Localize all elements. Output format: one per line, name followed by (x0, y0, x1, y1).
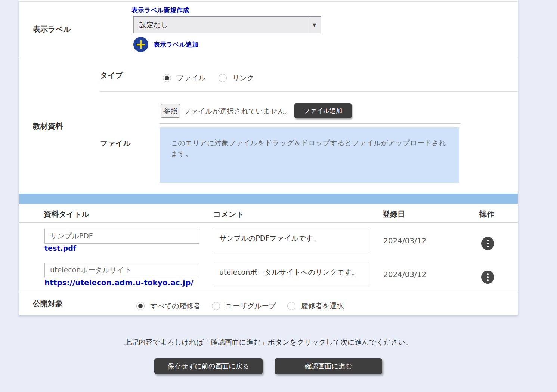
kebab-dot (487, 273, 489, 275)
radio-all-students[interactable]: すべての履修者 (136, 301, 201, 311)
radio-type-link-label: リンク (232, 73, 254, 83)
kebab-dot (487, 243, 489, 244)
material-comment-box[interactable]: サンプルのPDFファイルです。 (214, 229, 369, 253)
material-comment-text: サンプルのPDFファイルです。 (219, 234, 320, 242)
kebab-dot (487, 240, 489, 241)
go-to-confirm-button[interactable]: 確認画面に進む (275, 358, 382, 374)
publish-radio-group: すべての履修者 ユーザグループ 履修者を選択 (136, 301, 344, 311)
radio-select-students-label: 履修者を選択 (301, 301, 344, 311)
radio-selected-icon[interactable] (136, 302, 145, 310)
material-title-input[interactable] (44, 229, 199, 244)
kebab-dot (487, 276, 489, 278)
confirmation-instruction: 上記内容でよろしければ「確認画面に進む」ボタンをクリックして次に進んでください。 (19, 337, 518, 347)
material-url-link[interactable]: https://utelecon.adm.u-tokyo.ac.jp/ (44, 278, 194, 287)
divider (19, 58, 518, 58)
radio-type-file-label: ファイル (177, 73, 206, 83)
display-label-row-label: 表示ラベル (33, 24, 71, 34)
header-date: 登録日 (383, 209, 405, 219)
create-display-label-link[interactable]: 表示ラベル新規作成 (131, 6, 189, 15)
add-display-label-link[interactable]: 表示ラベル追加 (154, 40, 198, 49)
row-actions-menu-button[interactable] (481, 271, 494, 284)
header-comment: コメント (213, 209, 244, 219)
display-label-select[interactable]: 設定なし ▼ (133, 16, 321, 33)
material-date: 2024/03/12 (383, 236, 426, 245)
divider (160, 123, 461, 124)
type-row-label: タイプ (100, 70, 123, 80)
header-operation: 操作 (479, 209, 494, 219)
add-display-label-button[interactable]: 表示ラベル追加 (133, 37, 198, 52)
browse-file-button[interactable]: 参照 (161, 104, 180, 118)
material-section-label: 教材資料 (33, 121, 63, 131)
kebab-dot (487, 279, 489, 281)
chevron-down-icon: ▼ (313, 22, 316, 28)
material-file-link[interactable]: test.pdf (44, 244, 76, 252)
material-comment-box[interactable]: uteleconポータルサイトへのリンクです。 (214, 263, 369, 287)
type-radio-group: ファイル リンク (163, 73, 254, 83)
radio-user-group[interactable]: ユーザグループ (212, 301, 276, 311)
divider (100, 91, 518, 92)
file-row-label: ファイル (100, 138, 131, 148)
materials-form-panel: 表示ラベル 表示ラベル新規作成 設定なし ▼ 表示ラベル追加 教材資料 タイプ … (19, 0, 518, 315)
kebab-dot (487, 246, 489, 247)
display-label-select-value: 設定なし (134, 20, 308, 30)
divider (19, 222, 518, 223)
publish-row-label: 公開対象 (33, 299, 63, 309)
table-top-band (19, 194, 518, 204)
file-dropzone[interactable]: このエリアに対象ファイルをドラッグ＆ドロップするとファイルがアップロードされます… (160, 127, 459, 183)
radio-user-group-label: ユーザグループ (226, 301, 276, 311)
row-actions-menu-button[interactable] (481, 237, 494, 250)
radio-selected-icon[interactable] (163, 74, 171, 82)
radio-type-link[interactable]: リンク (219, 73, 254, 83)
add-file-button[interactable]: ファイル追加 (294, 103, 352, 118)
material-comment-text: uteleconポータルサイトへのリンクです。 (219, 268, 359, 276)
divider (19, 1, 518, 2)
material-date: 2024/03/12 (383, 270, 426, 279)
radio-unselected-icon[interactable] (287, 302, 295, 310)
radio-unselected-icon[interactable] (219, 74, 227, 82)
divider (19, 292, 518, 292)
no-file-selected-text: ファイルが選択されていません。 (183, 107, 292, 116)
select-arrow-button[interactable]: ▼ (308, 17, 321, 33)
dropzone-text: このエリアに対象ファイルをドラッグ＆ドロップするとファイルがアップロードされます… (171, 139, 446, 158)
back-without-save-button[interactable]: 保存せずに前の画面に戻る (154, 358, 263, 374)
header-title: 資料タイトル (44, 209, 89, 219)
material-title-input[interactable] (44, 263, 199, 277)
radio-all-students-label: すべての履修者 (150, 301, 201, 311)
radio-select-students[interactable]: 履修者を選択 (287, 301, 344, 311)
radio-type-file[interactable]: ファイル (163, 73, 206, 83)
plus-icon (133, 37, 148, 52)
radio-unselected-icon[interactable] (212, 302, 220, 310)
